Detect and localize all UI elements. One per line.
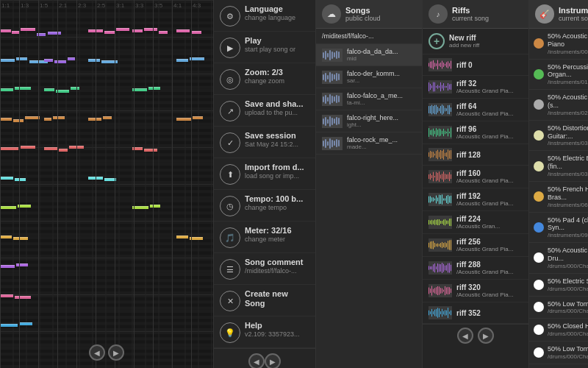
riff-list-item[interactable]: riff 96/Acoustic Grand Pia... xyxy=(423,121,528,144)
add-riff-button[interactable]: + New riff add new riff xyxy=(423,29,528,54)
song-item-text: falco-da_da_da...mid xyxy=(347,48,416,62)
menu-item-import[interactable]: ⬆Import from d...load song or imp... xyxy=(214,158,315,190)
riff-subtitle: /Acoustic Grand Pia... xyxy=(456,133,523,140)
instrument-list-item[interactable]: 50% French Horn: Bras.../instruments/060… xyxy=(529,182,588,213)
menu-subtitle-song-comment: /miditest/f/falco-... xyxy=(245,267,309,275)
menu-item-create-new[interactable]: ✕Create new Song xyxy=(214,285,315,316)
song-list-item[interactable]: falco-right_here...ight... xyxy=(316,110,422,132)
riffs-scroll-left[interactable]: ◀ xyxy=(457,328,473,344)
riff-list-item[interactable]: riff 320/Acoustic Grand Pia... xyxy=(423,280,528,302)
instrument-name: 50% Low Tom 1 xyxy=(548,345,588,353)
riff-list-item[interactable]: riff 256/Acoustic Grand Pia... xyxy=(423,234,528,257)
menu-icon-save-share: ↗ xyxy=(220,101,240,121)
instrument-list-item[interactable]: 50% Distortion Guitar:.../instruments/03… xyxy=(529,121,588,152)
instrument-list-item[interactable]: 50% Closed Hi-hat/drums/000/Chaos_128_00… xyxy=(529,319,588,342)
instrument-path: /instruments/033/Chaos_000... xyxy=(548,171,588,177)
menu-item-language[interactable]: ⚙Languagechange language xyxy=(214,0,315,32)
menu-item-tempo[interactable]: ◷Tempo: 100 b...change tempo xyxy=(214,190,315,222)
riff-list-item[interactable]: riff 128 xyxy=(423,144,528,166)
menu-text-zoom: Zoom: 2/3change zoom xyxy=(245,68,309,85)
instrument-text: 50% Low Tom 1/drums/000/Chaos_128_000... xyxy=(548,345,588,360)
song-list-item[interactable]: falco-falco_a_me...ta-mi... xyxy=(316,88,422,110)
song-item-text: falco-rock_me_...made... xyxy=(347,136,416,150)
instrument-color-dot xyxy=(534,302,544,312)
menu-item-play[interactable]: ▶Playstart play song or xyxy=(214,32,315,63)
song-item-text: falco-right_here...ight... xyxy=(347,114,416,128)
song-list-item[interactable]: falco-da_da_da...mid xyxy=(316,44,422,66)
songs-path-text: /miditest/f/falco-... xyxy=(322,32,416,40)
riff-item-text: riff 160/Acoustic Grand Pia... xyxy=(456,169,523,184)
menu-text-help: Helpv2.109: 3357923... xyxy=(245,321,309,339)
riff-list-item[interactable]: riff 192/Acoustic Grand Pia... xyxy=(423,188,528,211)
menu-item-meter[interactable]: 🎵Meter: 32/16change meter xyxy=(214,222,315,253)
instrument-list-item[interactable]: 50% Low Tom 2/drums/000/Chaos_128_000... xyxy=(529,297,588,319)
riffs-scroll-right[interactable]: ▶ xyxy=(478,328,494,344)
menu-item-zoom[interactable]: ◎Zoom: 2/3change zoom xyxy=(214,63,315,95)
song-name: falco-da_da_da... xyxy=(347,48,416,55)
riff-list-item[interactable]: riff 64/Acoustic Grand Pia... xyxy=(423,99,528,121)
instrument-text: 50% French Horn: Bras.../instruments/060… xyxy=(548,185,588,208)
instrument-list-item[interactable]: 50% Acoustic Guitar (s.../instruments/02… xyxy=(529,90,588,121)
riff-list-item[interactable]: riff 224/Acoustic Gran... xyxy=(423,211,528,234)
menu-icon-song-comment: ☰ xyxy=(220,259,240,280)
song-waveform xyxy=(322,115,343,128)
menu-item-help[interactable]: 💡Helpv2.109: 3357923... xyxy=(214,316,315,348)
menu-icon-help: 💡 xyxy=(220,322,240,343)
piano-roll-scroll-left[interactable]: ◀ xyxy=(89,344,105,361)
song-waveform xyxy=(322,93,343,106)
riff-waveform xyxy=(429,216,452,229)
menu-text-save-share: Save and sha...upload to the pu... xyxy=(245,99,309,117)
song-waveform xyxy=(322,137,343,150)
instrument-color-dot xyxy=(534,252,544,263)
menu-scroll-left[interactable]: ◀ xyxy=(248,353,265,368)
riff-list-item[interactable]: riff 352 xyxy=(423,302,528,324)
instrument-list-item[interactable]: 50% Electric Snare/drums/000/Chaos_128_0… xyxy=(529,274,588,297)
riff-waveform xyxy=(429,306,452,319)
menu-title-save-share: Save and sha... xyxy=(245,99,309,109)
instrument-list-item[interactable]: 50% Electric Bass (fin.../instruments/03… xyxy=(529,151,588,182)
instruments-icon: 🎸 xyxy=(535,4,554,24)
instruments-subtitle: current song xyxy=(559,15,588,22)
riff-list-item[interactable]: riff 288/Acoustic Grand Pia... xyxy=(423,257,528,280)
riff-subtitle: /Acoustic Grand Pia... xyxy=(456,200,523,207)
instrument-list-item[interactable]: 50% Acoustic Bass Dru.../drums/000/Chaos… xyxy=(529,243,588,274)
riff-item-text: riff 0 xyxy=(456,61,523,69)
song-list-item[interactable]: falco-der_komm...sar... xyxy=(316,66,422,88)
instrument-list-item[interactable]: 50% Pad 4 (choir): Syn.../instruments/09… xyxy=(529,213,588,244)
riff-list-item[interactable]: riff 160/Acoustic Grand Pia... xyxy=(423,166,528,188)
instrument-list-item[interactable]: 50% Mid Tom 2/drums/000/Chaos_128_000... xyxy=(529,364,588,368)
instrument-color-dot xyxy=(534,222,544,233)
menu-subtitle-import: load song or imp... xyxy=(245,172,309,180)
instrument-path: /drums/000/Chaos_128_000... xyxy=(548,308,588,314)
songs-current-path[interactable]: /miditest/f/falco-... xyxy=(316,29,422,44)
menu-item-song-comment[interactable]: ☰Song comment/miditest/f/falco-... xyxy=(214,253,315,285)
songs-header-text: Songs public cloud xyxy=(345,6,416,22)
song-list-item[interactable]: falco-rock_me_...made... xyxy=(316,132,422,155)
add-riff-icon: + xyxy=(429,33,445,49)
instrument-list-item[interactable]: 50% Acoustic Grand Piano/instruments/000… xyxy=(529,29,588,60)
menu-scroll-right[interactable]: ▶ xyxy=(265,353,281,368)
riff-item-text: riff 96/Acoustic Grand Pia... xyxy=(456,125,523,140)
instrument-text: 50% Distortion Guitar:.../instruments/03… xyxy=(548,124,588,147)
riff-list-item[interactable]: riff 32/Acoustic Grand Pia... xyxy=(423,76,528,99)
riff-waveform xyxy=(429,58,452,71)
menu-item-save-session[interactable]: ✓Save sessionSat May 24 15:2... xyxy=(214,127,315,158)
riff-name: riff 224 xyxy=(456,215,523,223)
riff-list-item[interactable]: riff 0 xyxy=(423,54,528,76)
instrument-list-item[interactable]: 50% Percussive Organ.../instruments/017/… xyxy=(529,60,588,91)
piano-roll[interactable]: ◀ ▶ xyxy=(0,0,213,368)
menu-item-save-share[interactable]: ↗Save and sha...upload to the pu... xyxy=(214,95,315,127)
menu-icon-language: ⚙ xyxy=(220,6,240,26)
riff-name: riff 160 xyxy=(456,169,523,177)
riff-subtitle: /Acoustic Grand Pia... xyxy=(456,110,523,117)
riff-item-text: riff 288/Acoustic Grand Pia... xyxy=(456,261,523,275)
add-riff-text: New riff add new riff xyxy=(449,34,523,49)
riff-subtitle: /Acoustic Grand Pia... xyxy=(456,246,523,252)
instrument-name: 50% Percussive Organ... xyxy=(548,63,588,79)
instrument-list-item[interactable]: 50% Low Tom 1/drums/000/Chaos_128_000... xyxy=(529,342,588,364)
instrument-color-dot xyxy=(534,38,544,49)
menu-icon-meter: 🎵 xyxy=(220,227,240,248)
menu-subtitle-play: start play song or xyxy=(245,46,309,54)
piano-roll-scroll-right[interactable]: ▶ xyxy=(108,344,124,361)
menu-text-song-comment: Song comment/miditest/f/falco-... xyxy=(245,258,309,275)
